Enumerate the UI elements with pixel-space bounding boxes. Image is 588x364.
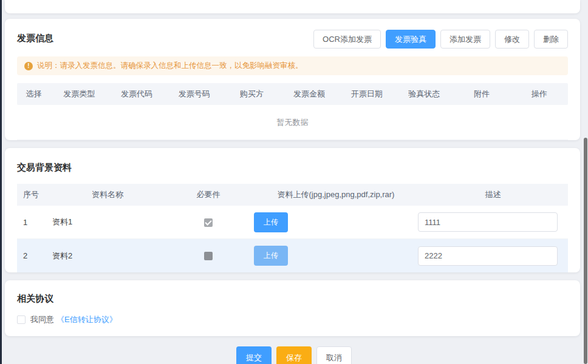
invoice-col-code: 发票代码 (108, 89, 166, 99)
agreement-link[interactable]: 《E信转让协议》 (56, 314, 117, 325)
invoice-col-date: 开票日期 (338, 89, 395, 99)
materials-col-description: 描述 (418, 189, 568, 200)
invoice-table: 选择 发票类型 发票代码 发票号码 购买方 发票金额 开票日期 验真状态 附件 … (17, 83, 568, 140)
invoice-col-amount: 发票金额 (281, 89, 338, 99)
delete-invoice-button[interactable]: 删除 (534, 30, 568, 49)
previous-card-bottom (5, 0, 580, 13)
material-description-cell (418, 212, 568, 232)
invoice-section-title: 发票信息 (17, 30, 53, 47)
add-invoice-button[interactable]: 添加发票 (440, 30, 490, 49)
materials-col-required: 必要件 (163, 189, 254, 200)
cancel-button[interactable]: 取消 (316, 346, 352, 364)
table-row: 2 资料2 上传 (17, 239, 568, 272)
material-required-cell (163, 217, 254, 227)
invoice-info-card: 发票信息 OCR添加发票 发票验真 添加发票 修改 删除 ! 说明：请录入发票信… (5, 19, 580, 140)
warning-icon: ! (24, 62, 33, 70)
materials-col-no: 序号 (17, 189, 52, 200)
invoice-col-attachment: 附件 (453, 89, 511, 99)
agreement-section-title: 相关协议 (17, 290, 568, 307)
materials-card: 交易背景资料 序号 资料名称 必要件 资料上传(jpg,jpeg,png,pdf… (5, 148, 580, 272)
agree-checkbox[interactable] (17, 315, 26, 324)
materials-table: 序号 资料名称 必要件 资料上传(jpg,jpeg,png,pdf,zip,ra… (17, 184, 568, 272)
page-scrollbar-thumb[interactable] (584, 138, 587, 364)
materials-col-upload: 资料上传(jpg,jpeg,png,pdf,zip,rar) (254, 189, 418, 200)
invoice-col-actions: 操作 (510, 89, 568, 99)
page-scrollbar-track[interactable] (583, 0, 588, 364)
required-checkbox[interactable] (204, 252, 213, 260)
material-description-cell (418, 246, 568, 266)
material-upload-cell: 上传 (254, 246, 418, 266)
footer-action-bar: 提交 保存 取消 (0, 346, 588, 364)
invoice-col-type: 发票类型 (50, 89, 108, 99)
description-input[interactable] (418, 246, 558, 266)
window-left-border (0, 0, 2, 364)
description-input[interactable] (418, 212, 558, 232)
materials-section-title: 交易背景资料 (17, 159, 568, 176)
agreement-row: 我同意 《E信转让协议》 (17, 314, 568, 325)
material-upload-cell: 上传 (254, 212, 418, 232)
invoice-col-select: 选择 (17, 89, 50, 99)
materials-table-header: 序号 资料名称 必要件 资料上传(jpg,jpeg,png,pdf,zip,ra… (17, 184, 568, 206)
agreement-card: 相关协议 我同意 《E信转让协议》 (5, 280, 580, 336)
invoice-notice-text: 说明：请录入发票信息。请确保录入信息和上传信息一致，以免影响融资审核。 (37, 61, 303, 71)
ocr-add-invoice-button[interactable]: OCR添加发票 (313, 30, 381, 49)
material-name: 资料2 (52, 251, 163, 261)
invoice-col-verify-status: 验真状态 (395, 89, 453, 99)
upload-button[interactable]: 上传 (254, 246, 288, 266)
materials-col-name: 资料名称 (52, 189, 163, 200)
required-checkbox[interactable] (204, 218, 213, 227)
submit-button[interactable]: 提交 (236, 346, 272, 364)
save-button[interactable]: 保存 (276, 346, 312, 364)
invoice-col-buyer: 购买方 (223, 89, 281, 99)
invoice-notice-banner: ! 说明：请录入发票信息。请确保录入信息和上传信息一致，以免影响融资审核。 (17, 56, 568, 75)
invoice-col-number: 发票号码 (165, 89, 223, 99)
invoice-empty-row: 暂无数据 (17, 105, 568, 140)
material-row-no: 2 (17, 251, 52, 260)
invoice-card-header: 发票信息 OCR添加发票 发票验真 添加发票 修改 删除 (17, 30, 568, 49)
empty-data-text: 暂无数据 (277, 117, 309, 128)
table-row: 1 资料1 上传 (17, 206, 568, 239)
material-row-no: 1 (17, 218, 52, 227)
modify-invoice-button[interactable]: 修改 (495, 30, 529, 49)
invoice-toolbar: OCR添加发票 发票验真 添加发票 修改 删除 (313, 30, 568, 49)
material-name: 资料1 (52, 217, 163, 228)
upload-button[interactable]: 上传 (254, 212, 288, 232)
invoice-table-header: 选择 发票类型 发票代码 发票号码 购买方 发票金额 开票日期 验真状态 附件 … (17, 83, 568, 105)
material-required-cell (163, 251, 254, 261)
agree-label: 我同意 (30, 314, 54, 325)
verify-invoice-button[interactable]: 发票验真 (386, 30, 436, 49)
